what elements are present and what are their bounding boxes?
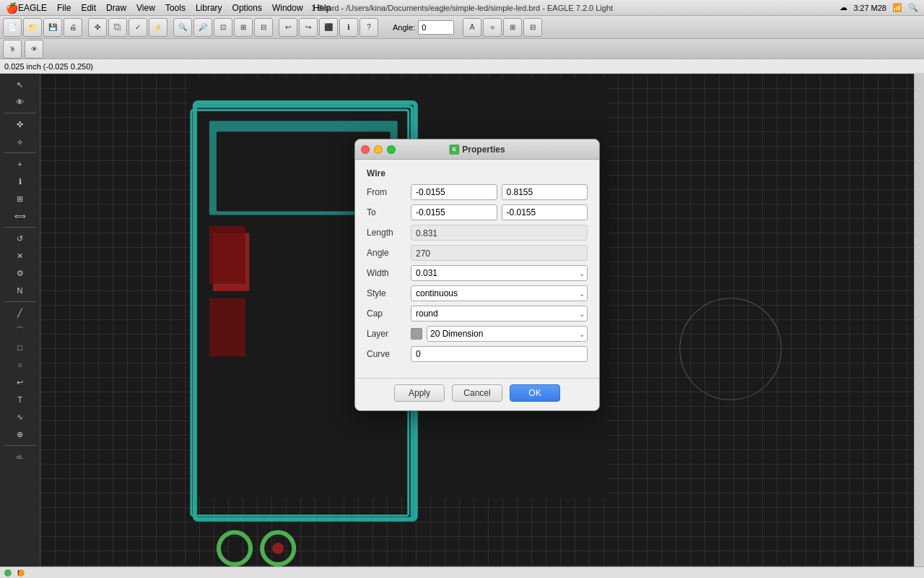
sidebar-wire[interactable]: ∿	[10, 409, 30, 425]
canvas-area[interactable]: E Properties Wire From To	[40, 74, 914, 566]
print-button[interactable]: 🖨	[64, 18, 82, 37]
section-label: Wire	[367, 168, 588, 178]
menu-window[interactable]: Window	[272, 3, 303, 13]
layer-label: Layer	[367, 329, 406, 339]
style-select-wrap: continuous longdash shortdash dashdot ⌄	[411, 285, 588, 301]
close-button[interactable]	[361, 145, 370, 154]
sidebar-rect[interactable]: □	[10, 340, 30, 355]
menu-draw[interactable]: Draw	[106, 3, 126, 13]
menu-file[interactable]: File	[57, 3, 71, 13]
open-button[interactable]: 📁	[23, 18, 42, 37]
curve-input[interactable]	[411, 346, 588, 362]
status-indicator-green	[4, 569, 12, 577]
from-row: From	[367, 184, 588, 200]
length-label: Length	[367, 228, 406, 238]
sidebar-text[interactable]: T	[10, 392, 30, 407]
from-y-input[interactable]	[502, 184, 588, 200]
zoom-prev-button[interactable]: ⊟	[254, 18, 273, 37]
menu-view[interactable]: View	[136, 3, 155, 13]
to-x-input[interactable]	[411, 204, 497, 220]
sidebar-eye[interactable]: 👁	[10, 94, 30, 110]
sidebar-line[interactable]: ╱	[10, 305, 30, 321]
layer-select[interactable]: 20 Dimension	[427, 326, 588, 342]
copy-button[interactable]: ⿻	[108, 18, 127, 37]
minimize-button[interactable]	[374, 145, 383, 154]
zoom-out-button[interactable]: 🔍	[173, 18, 192, 37]
stop-button[interactable]: ⬛	[319, 18, 338, 37]
sidebar-undo-s[interactable]: ↩	[10, 374, 30, 390]
search-icon[interactable]: 🔍	[908, 3, 918, 12]
text-button[interactable]: A	[463, 18, 481, 37]
dialog-title: E Properties	[449, 144, 505, 155]
layer-select-wrap: 20 Dimension ⌄	[411, 326, 588, 342]
sidebar-arc[interactable]: ⌒	[10, 322, 30, 338]
move-button[interactable]: ✜	[88, 18, 107, 37]
style-select[interactable]: continuous longdash shortdash dashdot	[411, 285, 588, 301]
length-row: Length 0.831	[367, 225, 588, 241]
sidebar-group[interactable]: ⊞	[10, 191, 30, 207]
sidebar-info[interactable]: ℹ	[10, 173, 30, 189]
menu-bar: EAGLE File Edit Draw View Tools Library …	[18, 3, 331, 13]
left-sidebar: ↖ 👁 ✜ ⟡ + ℹ ⊞ ⟺ ↺ ✕ ⚙ N ╱ ⌒ □ ○ ↩ T ∿ ⊕ …	[0, 74, 40, 566]
svg-rect-11	[209, 226, 245, 284]
dialog-content: Wire From To	[355, 160, 599, 375]
cancel-button[interactable]: Cancel	[452, 384, 502, 402]
angle-label: Angle:	[393, 23, 415, 32]
divider4	[4, 301, 36, 302]
cap-select[interactable]: round flat	[411, 306, 588, 322]
menu-eagle[interactable]: EAGLE	[18, 3, 47, 13]
undo-button[interactable]: ↩	[279, 18, 297, 37]
menu-options[interactable]: Options	[232, 3, 262, 13]
sidebar-add[interactable]: +	[10, 156, 30, 172]
help-button[interactable]: ?	[359, 18, 378, 37]
right-scrollbar[interactable]	[914, 74, 924, 566]
sidebar-route[interactable]: ⟡	[10, 134, 30, 150]
style-label: Style	[367, 288, 406, 298]
zoom-fit-button[interactable]: ⊡	[214, 18, 232, 37]
sidebar-spin[interactable]: ↺	[10, 230, 30, 246]
from-x-input[interactable]	[411, 184, 497, 200]
dialog-titlebar: E Properties	[355, 139, 599, 160]
sidebar-select[interactable]: ↖	[10, 77, 30, 92]
cap-label: Cap	[367, 309, 406, 319]
sidebar-logo: dL	[10, 449, 30, 465]
sidebar-move[interactable]: ✜	[10, 116, 30, 132]
sidebar-name[interactable]: N	[10, 282, 30, 298]
sidebar-pin[interactable]: ⊕	[10, 426, 30, 442]
svg-rect-12	[209, 298, 245, 356]
zoom-in-button[interactable]: 🔎	[193, 18, 212, 37]
new-button[interactable]: 📄	[3, 18, 22, 37]
width-select[interactable]: 0.031	[411, 265, 588, 281]
sidebar-circ[interactable]: ○	[10, 357, 30, 373]
sidebar-icon1[interactable]: 🖱	[3, 40, 22, 59]
width-label: Width	[367, 268, 406, 278]
erc-button[interactable]: ⚡	[149, 18, 167, 37]
zoom-sel-button[interactable]: ⊞	[234, 18, 253, 37]
menu-tools[interactable]: Tools	[165, 3, 186, 13]
info-button[interactable]: ℹ	[339, 18, 358, 37]
sidebar-delete[interactable]: ✕	[10, 248, 30, 264]
menu-edit[interactable]: Edit	[81, 3, 96, 13]
redo-button[interactable]: ↪	[299, 18, 318, 37]
save-button[interactable]: 💾	[43, 18, 62, 37]
layer-btn[interactable]: ⟡	[483, 18, 502, 37]
time-display: 3:27 M28	[853, 4, 886, 12]
grid-toggle2[interactable]: ⊟	[523, 18, 542, 37]
apply-button[interactable]: Apply	[394, 384, 445, 402]
menu-library[interactable]: Library	[196, 3, 222, 13]
angle-input[interactable]	[418, 20, 454, 35]
main-toolbar: 📄 📁 💾 🖨 ✜ ⿻ ✓ ⚡ 🔍 🔎 ⊡ ⊞ ⊟ ↩ ↪ ⬛ ℹ ? Angl…	[0, 16, 924, 39]
ok-button[interactable]: OK	[510, 384, 560, 402]
grid-toggle[interactable]: ⊞	[503, 18, 522, 37]
to-row: To	[367, 204, 588, 220]
sidebar-icon2[interactable]: 👁	[25, 40, 43, 59]
svg-point-9	[229, 543, 240, 554]
maximize-button[interactable]	[387, 145, 396, 154]
coord-display: 0.025 inch (-0.025 0.250)	[4, 62, 93, 71]
sidebar-mirror[interactable]: ⟺	[10, 208, 30, 224]
divider1	[4, 113, 36, 113]
drc-button[interactable]: ✓	[128, 18, 147, 37]
to-y-input[interactable]	[502, 204, 588, 220]
sidebar-change[interactable]: ⚙	[10, 265, 30, 281]
apple-menu[interactable]: 🍎	[6, 2, 18, 14]
